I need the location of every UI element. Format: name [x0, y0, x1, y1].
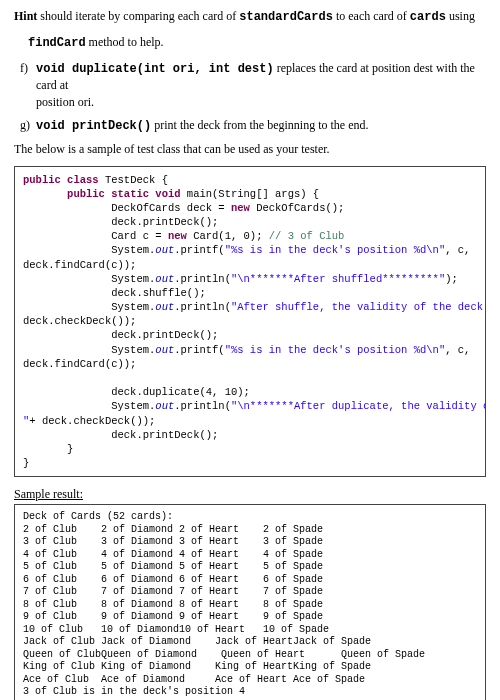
list-body-g: void printDeck() print the deck from the… — [36, 117, 486, 135]
hint-code-1: standardCards — [239, 10, 333, 24]
hint-paragraph: Hint should iterate by comparing each ca… — [14, 8, 486, 26]
c13a: System. — [23, 344, 155, 356]
desc-f-2: position ori. — [36, 95, 94, 109]
c10d: "After shuffle, the validity of the deck… — [231, 301, 486, 313]
c10a: System. — [23, 301, 155, 313]
desc-g: print the deck from the beginning to the… — [151, 118, 368, 132]
c13e: , c, — [445, 344, 470, 356]
sample-result-label: Sample result: — [14, 487, 486, 502]
o-r7: 8 of Club 8 of Diamond 8 of Heart 8 of S… — [23, 599, 323, 610]
c17a: System. — [23, 400, 155, 412]
o-r3: 4 of Club 4 of Diamond 4 of Heart 4 of S… — [23, 549, 323, 560]
hint-paragraph-2: findCard method to help. — [14, 34, 486, 52]
c8d: "\n*******After shuffled*********" — [231, 273, 445, 285]
c12: deck.printDeck(); — [23, 329, 218, 341]
c3a: DeckOfCards deck = — [23, 202, 231, 214]
c2b: static — [105, 188, 149, 200]
c6a: System. — [23, 244, 155, 256]
c13d: "%s is in the deck's position %d\n" — [225, 344, 446, 356]
c4: deck.printDeck(); — [23, 216, 218, 228]
o-r9: 10 of Club 10 of Diamond10 of Heart 10 o… — [23, 624, 329, 635]
list-item-f: f) void duplicate(int ori, int dest) rep… — [14, 60, 486, 111]
c5b: new — [168, 230, 187, 242]
o-r1: 2 of Club 2 of Diamond 2 of Heart 2 of S… — [23, 524, 323, 535]
hint-text-3: using — [446, 9, 475, 23]
o-r8: 9 of Club 9 of Diamond 9 of Heart 9 of S… — [23, 611, 323, 622]
code-box: public class TestDeck { public static vo… — [14, 166, 486, 478]
o-r10: Jack of Club Jack of Diamond Jack of Hea… — [23, 636, 371, 647]
c17b: out — [155, 400, 174, 412]
c6d: "%s is in the deck's position %d\n" — [225, 244, 446, 256]
hint-label: Hint — [14, 9, 37, 23]
o-pos: 3 of Club is in the deck's position 4 — [23, 686, 245, 697]
hint-text-4: method to help. — [86, 35, 164, 49]
c7: deck.findCard(c)); — [23, 259, 136, 271]
c8c: .println( — [174, 273, 231, 285]
c11: deck.checkDeck()); — [23, 315, 136, 327]
c16: deck.duplicate(4, 10); — [23, 386, 250, 398]
c1a: public — [23, 174, 61, 186]
c10b: out — [155, 301, 174, 313]
o-r5: 6 of Club 6 of Diamond 6 of Heart 6 of S… — [23, 574, 323, 585]
hint-text-2: to each card of — [333, 9, 410, 23]
c17c: .println( — [174, 400, 231, 412]
list-marker-g: g) — [14, 117, 36, 135]
o-r11: Queen of ClubQueen of Diamond Queen of H… — [23, 649, 425, 660]
c8a: System. — [23, 273, 155, 285]
c14: deck.findCard(c)); — [23, 358, 136, 370]
c13b: out — [155, 344, 174, 356]
o-r6: 7 of Club 7 of Diamond 7 of Heart 7 of S… — [23, 586, 323, 597]
c6b: out — [155, 244, 174, 256]
c1b: class — [61, 174, 99, 186]
c13c: .printf( — [174, 344, 224, 356]
sig-f: void duplicate(int ori, int dest) — [36, 62, 274, 76]
c2a: public — [23, 188, 105, 200]
hint-code-3: findCard — [28, 36, 86, 50]
list-body-f: void duplicate(int ori, int dest) replac… — [36, 60, 486, 111]
c18b: + deck.checkDeck()); — [29, 415, 155, 427]
c5c: Card(1, 0); — [187, 230, 269, 242]
below-text: The below is a sample of test class that… — [14, 141, 486, 158]
hint-code-2: cards — [410, 10, 446, 24]
list-item-g: g) void printDeck() print the deck from … — [14, 117, 486, 135]
c3b: new — [231, 202, 250, 214]
c1c: TestDeck { — [99, 174, 168, 186]
c5a: Card c = — [23, 230, 168, 242]
o-r12: King of Club King of Diamond King of Hea… — [23, 661, 371, 672]
c2c: void — [149, 188, 181, 200]
c6e: , c, — [445, 244, 470, 256]
c17d: "\n*******After duplicate, the validity … — [231, 400, 486, 412]
list-marker-f: f) — [14, 60, 36, 111]
c9: deck.shuffle(); — [23, 287, 206, 299]
c5d: // 3 of Club — [269, 230, 345, 242]
c8e: ); — [445, 273, 458, 285]
sig-g: void printDeck() — [36, 119, 151, 133]
c10c: .println( — [174, 301, 231, 313]
output-box: Deck of Cards (52 cards): 2 of Club 2 of… — [14, 504, 486, 700]
o-r13: Ace of Club Ace of Diamond Ace of Heart … — [23, 674, 365, 685]
c2d: main(String[] args) { — [181, 188, 320, 200]
c6c: .printf( — [174, 244, 224, 256]
c21: } — [23, 457, 29, 469]
o-r4: 5 of Club 5 of Diamond 5 of Heart 5 of S… — [23, 561, 323, 572]
c8b: out — [155, 273, 174, 285]
c3c: DeckOfCards(); — [250, 202, 345, 214]
c20: } — [23, 443, 73, 455]
o-h1: Deck of Cards (52 cards): — [23, 511, 173, 522]
o-r2: 3 of Club 3 of Diamond 3 of Heart 3 of S… — [23, 536, 323, 547]
hint-text-1: should iterate by comparing each card of — [37, 9, 239, 23]
c19: deck.printDeck(); — [23, 429, 218, 441]
